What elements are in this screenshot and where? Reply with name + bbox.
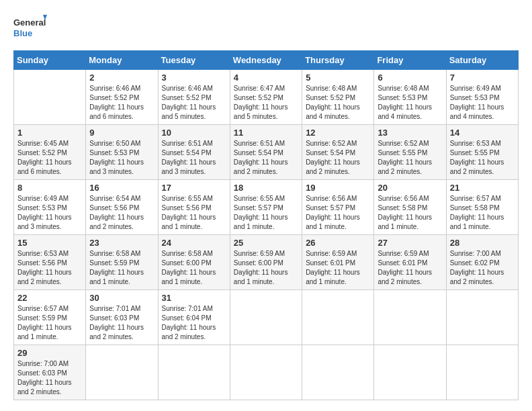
calendar-day-cell: 16Sunrise: 6:54 AMSunset: 5:56 PMDayligh… [86,180,158,235]
calendar-day-cell: 11Sunrise: 6:51 AMSunset: 5:54 PMDayligh… [230,125,302,180]
day-info: Sunrise: 6:52 AMSunset: 5:54 PMDaylight:… [306,139,370,177]
calendar-day-cell [374,290,446,345]
day-info: Sunrise: 6:59 AMSunset: 6:01 PMDaylight:… [306,249,370,287]
calendar-day-cell: 6Sunrise: 6:48 AMSunset: 5:53 PMDaylight… [374,70,446,125]
calendar-day-cell: 23Sunrise: 6:58 AMSunset: 5:59 PMDayligh… [86,235,158,290]
day-number: 1 [17,128,82,138]
day-info: Sunrise: 6:45 AMSunset: 5:52 PMDaylight:… [17,139,82,177]
svg-text:Blue: Blue [13,28,32,38]
logo: General Blue [13,13,47,44]
calendar-day-cell: 22Sunrise: 6:57 AMSunset: 5:59 PMDayligh… [14,290,86,345]
calendar-day-cell: 24Sunrise: 6:58 AMSunset: 6:00 PMDayligh… [158,235,230,290]
day-number: 3 [162,73,226,83]
day-of-week-header: Wednesday [230,51,302,70]
day-number: 7 [450,73,515,83]
day-number: 18 [234,183,298,193]
day-number: 16 [89,183,154,193]
calendar-day-cell [302,345,374,400]
day-number: 12 [306,128,370,138]
day-number: 31 [162,293,226,303]
day-info: Sunrise: 7:00 AMSunset: 6:02 PMDaylight:… [450,249,515,287]
day-number: 2 [89,73,154,83]
calendar-day-cell: 20Sunrise: 6:56 AMSunset: 5:58 PMDayligh… [374,180,446,235]
day-number: 10 [162,128,226,138]
day-number: 21 [450,183,515,193]
day-info: Sunrise: 7:01 AMSunset: 6:04 PMDaylight:… [162,304,226,342]
calendar-day-cell [446,290,518,345]
calendar-day-cell: 17Sunrise: 6:55 AMSunset: 5:56 PMDayligh… [158,180,230,235]
day-number: 5 [306,73,370,83]
day-info: Sunrise: 6:59 AMSunset: 6:01 PMDaylight:… [378,249,442,287]
day-of-week-header: Saturday [446,51,518,70]
calendar-day-cell: 10Sunrise: 6:51 AMSunset: 5:54 PMDayligh… [158,125,230,180]
calendar-table: SundayMondayTuesdayWednesdayThursdayFrid… [13,50,519,400]
day-number: 13 [378,128,442,138]
calendar-day-cell: 4Sunrise: 6:47 AMSunset: 5:52 PMDaylight… [230,70,302,125]
day-of-week-header: Sunday [14,51,86,70]
logo-svg: General Blue [13,13,47,44]
svg-text:General: General [13,17,46,28]
day-info: Sunrise: 6:51 AMSunset: 5:54 PMDaylight:… [234,139,298,177]
calendar-day-cell [230,290,302,345]
calendar-day-cell: 28Sunrise: 7:00 AMSunset: 6:02 PMDayligh… [446,235,518,290]
day-info: Sunrise: 6:48 AMSunset: 5:53 PMDaylight:… [378,84,442,122]
calendar-day-cell [230,345,302,400]
day-info: Sunrise: 6:50 AMSunset: 5:53 PMDaylight:… [89,139,154,177]
day-info: Sunrise: 6:57 AMSunset: 5:59 PMDaylight:… [17,304,82,342]
day-info: Sunrise: 6:55 AMSunset: 5:57 PMDaylight:… [234,194,298,232]
day-info: Sunrise: 6:55 AMSunset: 5:56 PMDaylight:… [162,194,226,232]
day-number: 29 [17,348,82,358]
day-info: Sunrise: 6:58 AMSunset: 5:59 PMDaylight:… [89,249,154,287]
day-number: 27 [378,238,442,248]
day-info: Sunrise: 6:46 AMSunset: 5:52 PMDaylight:… [89,84,154,122]
day-number: 23 [89,238,154,248]
day-info: Sunrise: 6:59 AMSunset: 6:00 PMDaylight:… [234,249,298,287]
day-info: Sunrise: 7:00 AMSunset: 6:03 PMDaylight:… [17,359,82,397]
day-info: Sunrise: 6:46 AMSunset: 5:52 PMDaylight:… [162,84,226,122]
day-info: Sunrise: 6:53 AMSunset: 5:56 PMDaylight:… [17,249,82,287]
day-info: Sunrise: 6:49 AMSunset: 5:53 PMDaylight:… [17,194,82,232]
calendar-day-cell: 5Sunrise: 6:48 AMSunset: 5:52 PMDaylight… [302,70,374,125]
calendar-day-cell [302,290,374,345]
day-info: Sunrise: 7:01 AMSunset: 6:03 PMDaylight:… [89,304,154,342]
calendar-day-cell [158,345,230,400]
day-number: 28 [450,238,515,248]
calendar-day-cell [374,345,446,400]
day-info: Sunrise: 6:56 AMSunset: 5:58 PMDaylight:… [378,194,442,232]
day-info: Sunrise: 6:51 AMSunset: 5:54 PMDaylight:… [162,139,226,177]
day-number: 22 [17,293,82,303]
day-number: 14 [450,128,515,138]
day-info: Sunrise: 6:48 AMSunset: 5:52 PMDaylight:… [306,84,370,122]
calendar-day-cell: 12Sunrise: 6:52 AMSunset: 5:54 PMDayligh… [302,125,374,180]
calendar-day-cell: 29Sunrise: 7:00 AMSunset: 6:03 PMDayligh… [14,345,86,400]
day-number: 4 [234,73,298,83]
day-number: 26 [306,238,370,248]
calendar-week-row: 1Sunrise: 6:45 AMSunset: 5:52 PMDaylight… [14,125,519,180]
calendar-day-cell [446,345,518,400]
calendar-day-cell: 15Sunrise: 6:53 AMSunset: 5:56 PMDayligh… [14,235,86,290]
calendar-week-row: 29Sunrise: 7:00 AMSunset: 6:03 PMDayligh… [14,345,519,400]
calendar-week-row: 8Sunrise: 6:49 AMSunset: 5:53 PMDaylight… [14,180,519,235]
calendar-day-cell: 19Sunrise: 6:56 AMSunset: 5:57 PMDayligh… [302,180,374,235]
day-number: 19 [306,183,370,193]
calendar-day-cell: 27Sunrise: 6:59 AMSunset: 6:01 PMDayligh… [374,235,446,290]
day-number: 8 [17,183,82,193]
calendar-week-row: 22Sunrise: 6:57 AMSunset: 5:59 PMDayligh… [14,290,519,345]
calendar-day-cell: 21Sunrise: 6:57 AMSunset: 5:58 PMDayligh… [446,180,518,235]
day-info: Sunrise: 6:56 AMSunset: 5:57 PMDaylight:… [306,194,370,232]
calendar-day-cell: 8Sunrise: 6:49 AMSunset: 5:53 PMDaylight… [14,180,86,235]
day-of-week-header: Tuesday [158,51,230,70]
page-header: General Blue [13,13,519,44]
day-number: 24 [162,238,226,248]
calendar-day-cell: 14Sunrise: 6:53 AMSunset: 5:55 PMDayligh… [446,125,518,180]
day-of-week-header: Monday [86,51,158,70]
calendar-day-cell: 7Sunrise: 6:49 AMSunset: 5:53 PMDaylight… [446,70,518,125]
calendar-week-row: 15Sunrise: 6:53 AMSunset: 5:56 PMDayligh… [14,235,519,290]
calendar-day-cell: 18Sunrise: 6:55 AMSunset: 5:57 PMDayligh… [230,180,302,235]
day-info: Sunrise: 6:54 AMSunset: 5:56 PMDaylight:… [89,194,154,232]
day-info: Sunrise: 6:53 AMSunset: 5:55 PMDaylight:… [450,139,515,177]
day-of-week-header: Friday [374,51,446,70]
calendar-week-row: 2Sunrise: 6:46 AMSunset: 5:52 PMDaylight… [14,70,519,125]
day-info: Sunrise: 6:58 AMSunset: 6:00 PMDaylight:… [162,249,226,287]
day-number: 30 [89,293,154,303]
